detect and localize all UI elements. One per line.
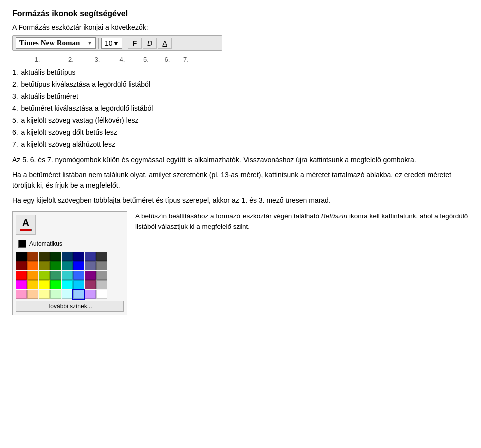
color-section: A Automatikus További színek... A betűsz… [12,211,469,315]
color-cell[interactable] [16,261,27,270]
color-cell[interactable] [85,252,96,261]
more-colors-button[interactable]: További színek... [16,301,124,312]
toolbar-mockup: Times New Roman ▼ 10 ▼ F D A [12,35,222,51]
description-list: 1. aktuális betűtípus 2. betűtípus kivál… [12,67,469,150]
list-item: 3. aktuális betűméret [12,91,469,102]
color-cell[interactable] [39,271,50,280]
color-cell[interactable] [50,280,61,289]
toolbar-divider-2 [125,38,125,49]
color-cell[interactable] [27,261,38,270]
para-3: Ha egy kijelölt szövegben többfajta betű… [12,195,469,206]
page-title: Formázás ikonok segítségével [12,9,469,18]
auto-color-swatch [18,240,26,248]
list-item: 2. betűtípus kiválasztása a legördülő li… [12,79,469,90]
color-cell[interactable] [73,280,84,289]
toolbar-num-4: 4. [110,56,135,63]
font-name-label: Times New Roman [19,39,80,47]
color-cell[interactable] [62,252,73,261]
toolbar-num-5: 5. [135,56,157,63]
automatikus-row[interactable]: Automatikus [16,238,124,250]
color-text-part1: A betűszín beállításához a formázó eszkö… [135,212,321,220]
toolbar-num-6: 6. [157,56,177,63]
font-size-label: 10 [105,39,113,47]
list-item: 1. aktuális betűtípus [12,67,469,78]
underline-button[interactable]: A [158,38,172,49]
color-cell[interactable] [16,271,27,280]
color-cell[interactable] [85,280,96,289]
color-cell[interactable] [62,261,73,270]
color-cell[interactable] [16,252,27,261]
color-text-italic: Betűszín [321,212,348,220]
color-grid [16,252,124,299]
color-cell[interactable] [27,280,38,289]
color-cell[interactable] [85,261,96,270]
color-cell[interactable] [62,290,73,299]
color-description-text: A betűszín beállításához a formázó eszkö… [135,211,469,232]
color-cell[interactable] [39,252,50,261]
color-cell[interactable] [27,290,38,299]
toolbar-num-2: 2. [57,56,85,63]
color-cell[interactable] [96,271,107,280]
color-picker-header: A [16,215,124,235]
toolbar-divider-1 [98,38,99,49]
color-cell[interactable] [85,290,96,299]
font-dropdown-arrow-icon: ▼ [87,40,92,46]
color-cell[interactable] [16,280,27,289]
color-cell[interactable] [50,290,61,299]
para-1: Az 5. 6. és 7. nyomógombok külön és egym… [12,155,469,166]
list-item: 7. a kijelölt szöveg aláhúzott lesz [12,139,469,150]
font-size-box[interactable]: 10 ▼ [101,38,122,49]
color-cell[interactable] [39,290,50,299]
color-cell[interactable] [50,271,61,280]
color-cell[interactable] [50,261,61,270]
bold-button[interactable]: F [128,38,142,49]
font-color-icon[interactable]: A [16,215,36,235]
color-cell[interactable] [85,271,96,280]
color-cell[interactable] [73,261,84,270]
color-cell[interactable] [39,280,50,289]
color-cell[interactable] [27,271,38,280]
toolbar-number-row: 1. 2. 3. 4. 5. 6. 7. [12,56,222,63]
color-cell[interactable] [16,290,27,299]
list-item: 6. a kijelölt szöveg dőlt betűs lesz [12,127,469,138]
color-cell[interactable] [96,280,107,289]
color-cell[interactable] [62,271,73,280]
size-dropdown-arrow-icon: ▼ [113,39,120,47]
color-cell[interactable] [27,252,38,261]
color-cell[interactable] [50,252,61,261]
list-item: 5. a kijelölt szöveg vastag (félkövér) l… [12,115,469,126]
color-picker-panel: A Automatikus További színek... [12,211,127,315]
italic-button[interactable]: D [143,38,157,49]
intro-text: A Formázás eszköztár ikonjai a következő… [12,23,469,31]
font-name-box[interactable]: Times New Roman ▼ [16,37,96,49]
para-2: Ha a betűméret listában nem találunk oly… [12,170,469,191]
toolbar-num-3: 3. [85,56,110,63]
color-cell[interactable] [39,261,50,270]
list-item: 4. betűméret kiválasztása a legördülő li… [12,103,469,114]
toolbar-num-1: 1. [17,56,57,63]
automatikus-label-text: Automatikus [29,240,62,247]
toolbar-num-7: 7. [177,56,195,63]
color-cell[interactable] [96,290,107,299]
color-cell[interactable] [96,252,107,261]
color-cell[interactable] [73,271,84,280]
color-cell[interactable] [62,280,73,289]
color-cell[interactable] [73,290,84,299]
color-cell[interactable] [73,252,84,261]
color-cell[interactable] [96,261,107,270]
